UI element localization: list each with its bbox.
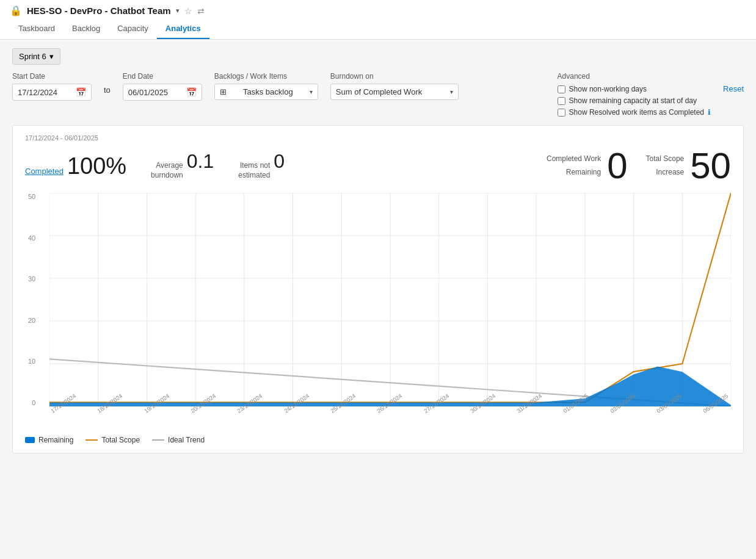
legend-total-scope: Total Scope: [85, 436, 140, 444]
total-scope-increase-label: Increase: [646, 166, 685, 179]
end-date-label: End Date: [123, 72, 202, 81]
backlogs-dropdown[interactable]: ⊞ Tasks backlog ▾: [214, 84, 318, 100]
advanced-group: Advanced Show non-working days Show rema…: [558, 72, 711, 117]
items-not-estimated-stat: Items not estimated 0: [238, 151, 285, 180]
remaining-label: Remaining: [547, 166, 601, 179]
app-header: 🔒 HES-SO - DevPro - Chatbot Team ▾ ☆ ⇄ T…: [0, 0, 756, 40]
info-icon[interactable]: ℹ: [708, 108, 711, 117]
checkbox-nonworking: Show non-working days: [558, 85, 711, 93]
team-icon: 🔒: [10, 5, 22, 16]
y-label-40: 40: [28, 234, 35, 242]
completed-work-label: Completed Work: [547, 153, 601, 166]
tab-analytics[interactable]: Analytics: [157, 20, 209, 39]
to-separator: to: [104, 72, 111, 95]
sprint-selector[interactable]: Sprint 6 ▾: [12, 48, 60, 65]
end-date-calendar-icon: 📅: [186, 87, 197, 97]
burndown-value: Sum of Completed Work: [336, 87, 422, 96]
legend-ideal-trend: Ideal Trend: [152, 436, 205, 444]
start-date-group: Start Date 17/12/2024 📅: [12, 72, 92, 101]
avg-burndown-label: Average burndown: [151, 161, 183, 180]
backlogs-icon: ⊞: [220, 87, 227, 96]
resolved-checkbox[interactable]: [558, 109, 565, 117]
stats-row: Completed 100% Average burndown 0.1 Item…: [25, 148, 731, 184]
end-date-input[interactable]: 06/01/2025 📅: [123, 84, 202, 101]
end-date-group: End Date 06/01/2025 📅: [123, 72, 202, 101]
right-stats: Completed Work Remaining 0 Total Scope I…: [547, 148, 731, 184]
nonworking-checkbox[interactable]: [558, 85, 565, 93]
resolved-label: Show Resolved work items as Completed: [569, 108, 704, 117]
people-icon[interactable]: ⇄: [197, 6, 205, 16]
start-date-input[interactable]: 17/12/2024 📅: [12, 84, 92, 101]
chart-legend: Remaining Total Scope Ideal Trend: [25, 431, 731, 444]
tab-backlog[interactable]: Backlog: [64, 20, 109, 39]
backlogs-group: Backlogs / Work Items ⊞ Tasks backlog ▾: [214, 72, 318, 100]
total-scope-swatch: [85, 439, 98, 441]
avg-burndown-value: 0.1: [187, 151, 214, 171]
backlogs-value: Tasks backlog: [243, 87, 293, 96]
avg-burndown-stat: Average burndown 0.1: [151, 151, 214, 180]
remaining-capacity-checkbox[interactable]: [558, 97, 565, 105]
chart-svg: [49, 193, 731, 406]
end-date-value: 06/01/2025: [128, 88, 168, 97]
chart-area: 50 40 30 20 10 0: [49, 193, 731, 425]
filters-row: Start Date 17/12/2024 📅 to End Date 06/0…: [12, 72, 744, 117]
backlogs-chevron-icon: ▾: [310, 88, 313, 95]
remaining-legend-label: Remaining: [38, 436, 73, 444]
y-label-0: 0: [32, 399, 35, 406]
burndown-chevron-icon: ▾: [450, 88, 453, 95]
total-scope-legend-label: Total Scope: [101, 436, 140, 444]
title-row: 🔒 HES-SO - DevPro - Chatbot Team ▾ ☆ ⇄: [10, 5, 746, 20]
x-axis: 17/12/2024 18/12/2024 19/12/2024 20/12/2…: [49, 406, 731, 425]
total-scope-label: Total Scope: [646, 153, 685, 166]
completed-work-value: 0: [607, 148, 627, 184]
items-not-estimated-value: 0: [274, 151, 285, 171]
completed-work-labels: Completed Work Remaining: [547, 153, 601, 179]
y-label-50: 50: [28, 193, 35, 200]
legend-remaining: Remaining: [25, 436, 73, 444]
title-chevron-icon[interactable]: ▾: [176, 7, 180, 15]
completed-pct-value: 100%: [67, 154, 126, 178]
completed-link[interactable]: Completed: [25, 167, 64, 176]
total-scope-value: 50: [690, 148, 731, 184]
chart-container: 17/12/2024 - 06/01/2025 Completed 100% A…: [12, 125, 744, 453]
remaining-swatch: [25, 437, 35, 443]
items-not-estimated-label: Items not estimated: [238, 161, 270, 180]
sprint-chevron-icon: ▾: [49, 52, 54, 61]
favorite-icon[interactable]: ☆: [184, 6, 192, 16]
checkbox-resolved: Show Resolved work items as Completed ℹ: [558, 108, 711, 117]
tab-taskboard[interactable]: Taskboard: [10, 20, 64, 39]
main-content: Sprint 6 ▾ Start Date 17/12/2024 📅 to En…: [0, 40, 756, 462]
burndown-dropdown[interactable]: Sum of Completed Work ▾: [330, 84, 459, 100]
completed-stat: Completed 100%: [25, 154, 126, 178]
backlogs-label: Backlogs / Work Items: [214, 72, 318, 81]
advanced-label: Advanced: [558, 72, 711, 81]
y-label-20: 20: [28, 317, 35, 324]
chart-date-range: 17/12/2024 - 06/01/2025: [25, 134, 731, 142]
nonworking-label: Show non-working days: [569, 85, 647, 93]
start-date-calendar-icon: 📅: [76, 87, 86, 97]
y-label-30: 30: [28, 275, 35, 283]
nav-tabs: Taskboard Backlog Capacity Analytics: [10, 20, 746, 39]
start-date-value: 17/12/2024: [18, 88, 57, 97]
ideal-trend-legend-label: Ideal Trend: [168, 436, 205, 444]
ideal-trend-swatch: [152, 439, 164, 441]
sprint-label: Sprint 6: [19, 52, 46, 61]
reset-button[interactable]: Reset: [723, 84, 744, 93]
y-label-10: 10: [28, 358, 35, 365]
total-scope-labels: Total Scope Increase: [646, 153, 685, 179]
y-axis: 50 40 30 20 10 0: [28, 193, 35, 406]
start-date-label: Start Date: [12, 72, 92, 81]
checkbox-remaining-capacity: Show remaining capacity at start of day: [558, 96, 711, 105]
burndown-label: Burndown on: [330, 72, 459, 81]
app-title: HES-SO - DevPro - Chatbot Team: [27, 5, 171, 16]
tab-capacity[interactable]: Capacity: [109, 20, 157, 39]
burndown-group: Burndown on Sum of Completed Work ▾: [330, 72, 459, 100]
remaining-capacity-label: Show remaining capacity at start of day: [569, 96, 697, 105]
